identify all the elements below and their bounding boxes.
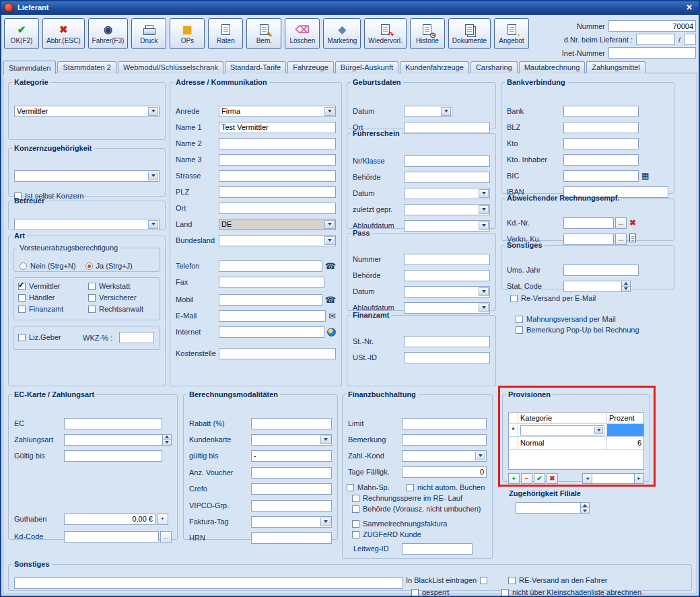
loeschen-button[interactable]: ⌫ Löschen: [285, 18, 320, 49]
kto-inhaber-input[interactable]: [563, 154, 639, 166]
fs-behoerde-input[interactable]: [404, 172, 490, 183]
scroll-left-icon[interactable]: ◄: [582, 473, 592, 484]
reversand-fahrer-checkbox[interactable]: [508, 577, 516, 584]
name1-input[interactable]: [219, 122, 336, 133]
bemerkung-popup-checkbox[interactable]: [516, 326, 523, 334]
zahlkond-select[interactable]: [402, 450, 487, 462]
tab-standard-tarife[interactable]: Standard-Tarife: [225, 61, 286, 73]
blacklist-checkbox[interactable]: [480, 577, 487, 584]
chevron-down-icon[interactable]: [324, 220, 335, 229]
berech-gueltig-input[interactable]: [251, 450, 332, 462]
chevron-down-icon[interactable]: [441, 107, 451, 116]
radio-ja[interactable]: [85, 262, 93, 270]
kto-input[interactable]: [563, 138, 639, 149]
cb-versicherer[interactable]: Versicherer: [88, 293, 137, 302]
cb-reversand-fahrer[interactable]: RE-Versand an den Fahrer: [508, 576, 607, 584]
mobil-input[interactable]: [219, 294, 322, 306]
horizontal-scrollbar[interactable]: ◄ ►: [582, 473, 644, 484]
tab-stammdaten[interactable]: Stammdaten: [3, 61, 56, 74]
plz-input[interactable]: [219, 186, 336, 198]
gesperrt-checkbox[interactable]: [411, 589, 419, 596]
clear-x-icon[interactable]: ✖: [629, 218, 636, 227]
versicherer-checkbox[interactable]: [88, 294, 96, 302]
chevron-down-icon[interactable]: [320, 518, 330, 526]
mahnungsversand-checkbox[interactable]: [516, 316, 523, 323]
fs-datum-select[interactable]: [404, 188, 490, 199]
zugferd-checkbox[interactable]: [352, 531, 359, 538]
statcode-input[interactable]: [563, 281, 621, 292]
bic-input[interactable]: [563, 170, 639, 182]
phone-icon[interactable]: ☎: [325, 261, 336, 271]
chevron-down-icon[interactable]: [148, 220, 158, 229]
tab-zahlungsmittel[interactable]: Zahlungsmittel: [586, 61, 645, 73]
sammelrechnung-checkbox[interactable]: [352, 520, 359, 528]
chevron-down-icon[interactable]: [320, 435, 330, 444]
fax-input[interactable]: [219, 277, 324, 288]
zahlungsart-input[interactable]: [64, 434, 162, 446]
kdnr-lieferant-input-2[interactable]: [684, 34, 696, 45]
statcode-spinner[interactable]: [563, 281, 631, 292]
email-icon[interactable]: ✉: [328, 311, 336, 321]
fs-nr-input[interactable]: [404, 155, 490, 167]
globe-icon[interactable]: [327, 328, 336, 337]
tab-carsharing[interactable]: Carsharing: [470, 61, 518, 73]
tab-mautabrechnung[interactable]: Mautabrechnung: [519, 61, 586, 73]
tab-fahrzeuge[interactable]: Fahrzeuge: [287, 61, 334, 73]
email-input[interactable]: [219, 310, 326, 322]
abort-button[interactable]: ✖ Abbr.(ESC): [42, 18, 85, 49]
chevron-down-icon[interactable]: [479, 205, 489, 214]
spinner-buttons[interactable]: [621, 281, 631, 292]
ops-button[interactable]: ▦ OPs: [170, 18, 205, 49]
rechtsanwalt-checkbox[interactable]: [88, 306, 96, 313]
tab-stammdaten-2[interactable]: Stammdaten 2: [57, 61, 116, 73]
kleinschaden-checkbox[interactable]: [501, 589, 509, 596]
kategorie-cell[interactable]: Normal: [518, 437, 607, 449]
strasse-input[interactable]: [219, 170, 336, 182]
cb-mahnungsversand[interactable]: Mahnungsversand per Mail: [516, 315, 616, 323]
bic-lookup-icon[interactable]: ▦: [641, 171, 649, 180]
cb-mahn-sp[interactable]: Mahn-Sp.: [347, 483, 390, 491]
reversand-email-checkbox[interactable]: [510, 295, 518, 302]
guthaben-plus-button[interactable]: +: [157, 514, 168, 525]
delete-row-button[interactable]: −: [521, 473, 532, 484]
chevron-down-icon[interactable]: [479, 189, 489, 198]
chevron-down-icon[interactable]: [324, 107, 335, 116]
voucher-input[interactable]: [251, 467, 332, 479]
cb-zugferd[interactable]: ZUGFeRD Kunde: [352, 530, 421, 538]
provisionen-data-row[interactable]: Normal 6: [509, 437, 643, 450]
tab-kundenfahrzeuge[interactable]: Kundenfahrzeuge: [400, 61, 469, 73]
pass-behoerde-input[interactable]: [404, 270, 490, 281]
werkstatt-checkbox[interactable]: [88, 283, 96, 290]
wiedervorl-button[interactable]: ↷ Wiedervorl.: [364, 18, 407, 49]
cb-nicht-autom[interactable]: nicht autom. Buchen: [407, 483, 485, 491]
internet-input[interactable]: [219, 326, 324, 338]
scroll-right-icon[interactable]: ►: [634, 473, 644, 484]
cb-gesperrt[interactable]: gesperrt: [411, 588, 449, 596]
umsjahr-input[interactable]: [563, 265, 639, 276]
vermittler-checkbox[interactable]: [18, 283, 26, 290]
prozent-cell-selected[interactable]: [607, 424, 643, 436]
kostenstelle-input[interactable]: [219, 348, 336, 359]
chevron-down-icon[interactable]: [148, 107, 158, 116]
cb-behoerde-vorausz[interactable]: Behörde (Vorausz. nicht umbuchen): [352, 505, 481, 513]
scrollbar-track[interactable]: [592, 473, 634, 484]
rechnungssperre-checkbox[interactable]: [352, 495, 359, 502]
chevron-down-icon[interactable]: [324, 236, 335, 245]
cb-rechtsanwalt[interactable]: Rechtsanwalt: [88, 305, 143, 313]
telefon-input[interactable]: [219, 260, 322, 272]
haendler-checkbox[interactable]: [18, 294, 26, 302]
chevron-down-icon[interactable]: [148, 172, 158, 180]
spinner-buttons[interactable]: [580, 502, 590, 514]
ustid-input[interactable]: [404, 352, 490, 363]
fs-gepr-select[interactable]: [404, 204, 490, 215]
fibu-bemerkung-input[interactable]: [402, 434, 487, 446]
name3-input[interactable]: [219, 154, 336, 166]
finanzamt-checkbox[interactable]: [18, 306, 26, 313]
limit-input[interactable]: [402, 418, 487, 429]
ec-input[interactable]: [64, 418, 162, 429]
leitweg-input[interactable]: [402, 543, 473, 555]
chevron-down-icon[interactable]: [594, 427, 603, 434]
pass-nummer-input[interactable]: [404, 254, 490, 265]
cancel-edit-button[interactable]: ✖: [547, 473, 558, 484]
cb-liz-geber[interactable]: Liz.Geber: [18, 333, 61, 341]
